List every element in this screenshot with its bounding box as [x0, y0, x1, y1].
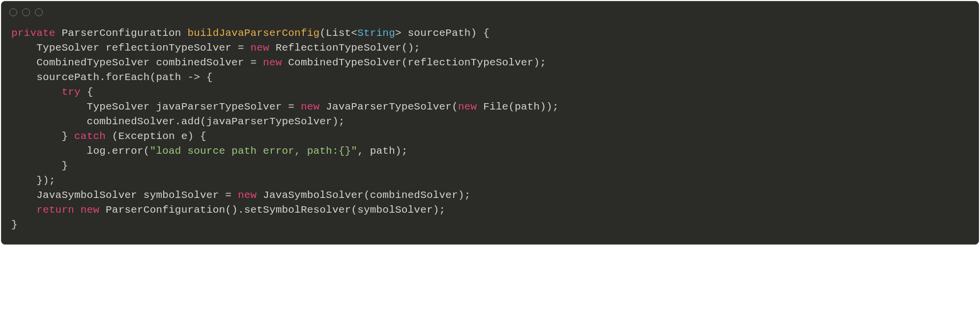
code-token: return	[36, 204, 74, 216]
code-window: private ParserConfiguration buildJavaPar…	[1, 1, 979, 245]
code-token: > sourcePath) {	[395, 28, 490, 39]
code-token: (List<	[319, 28, 357, 39]
code-token: sourcePath.forEach(path -> {	[11, 72, 213, 83]
code-token: }	[11, 219, 18, 230]
code-token: ParserConfiguration	[56, 28, 188, 39]
window-close-dot[interactable]	[9, 8, 17, 16]
code-token: new	[458, 101, 477, 112]
code-token: catch	[74, 131, 106, 142]
code-token: TypeSolver reflectionTypeSolver =	[11, 42, 250, 54]
code-token: new	[263, 57, 282, 68]
code-token: JavaSymbolSolver(combinedSolver);	[257, 190, 470, 201]
code-token	[74, 204, 81, 216]
window-minimize-dot[interactable]	[22, 8, 30, 16]
code-token: {	[81, 86, 93, 98]
code-token: }	[11, 160, 68, 171]
code-token: new	[301, 101, 319, 112]
code-token: buildJavaParserConfig	[187, 28, 319, 39]
window-controls	[1, 1, 979, 20]
code-token: (Exception e) {	[106, 131, 206, 142]
code-token: }	[11, 131, 74, 142]
code-token: File(path));	[477, 101, 558, 112]
code-token: new	[250, 42, 269, 54]
code-token: JavaSymbolSolver symbolSolver =	[11, 190, 238, 201]
code-token: CombinedTypeSolver combinedSolver =	[11, 57, 263, 68]
code-token: "load source path error, path:{}"	[150, 145, 357, 157]
code-content[interactable]: private ParserConfiguration buildJavaPar…	[1, 20, 979, 244]
code-token: ParserConfiguration().setSymbolResolver(…	[99, 204, 445, 216]
window-maximize-dot[interactable]	[35, 8, 43, 16]
code-token: private	[11, 28, 56, 39]
code-token: try	[61, 86, 80, 98]
code-token: TypeSolver javaParserTypeSolver =	[11, 101, 301, 112]
code-token: ReflectionTypeSolver();	[269, 42, 420, 54]
code-token: new	[81, 204, 99, 216]
code-token: new	[238, 190, 257, 201]
code-token	[11, 86, 61, 98]
code-token	[11, 204, 36, 216]
code-token: , path);	[357, 145, 407, 157]
code-token: CombinedTypeSolver(reflectionTypeSolver)…	[282, 57, 547, 68]
code-token: log.error(	[11, 145, 150, 157]
code-token: combinedSolver.add(javaParserTypeSolver)…	[11, 116, 345, 127]
code-token: String	[357, 28, 395, 39]
code-token: JavaParserTypeSolver(	[319, 101, 458, 112]
code-token: });	[11, 175, 56, 186]
